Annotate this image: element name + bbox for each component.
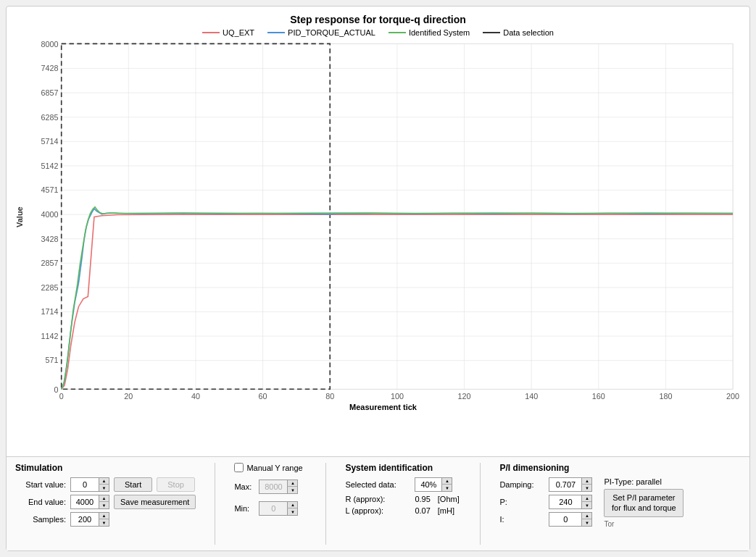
- i-row: I: ▲ ▼: [499, 512, 592, 527]
- damping-down[interactable]: ▼: [581, 485, 591, 491]
- selected-down[interactable]: ▼: [441, 485, 452, 491]
- svg-text:571: 571: [45, 356, 58, 364]
- damping-input[interactable]: [549, 478, 581, 491]
- i-spinner-btns: ▲ ▼: [581, 513, 591, 526]
- damping-spinner[interactable]: ▲ ▼: [549, 477, 592, 492]
- svg-text:140: 140: [525, 392, 538, 401]
- start-value-spinner[interactable]: ▲ ▼: [70, 477, 109, 492]
- l-approx-row: L (approx): 0.07 [mH]: [345, 506, 461, 515]
- chart-area: Step response for torque-q direction UQ_…: [7, 7, 749, 456]
- start-value-down[interactable]: ▼: [99, 485, 109, 491]
- separator-3: [480, 463, 481, 545]
- start-button[interactable]: Start: [114, 477, 152, 492]
- legend-line-identified: [389, 32, 406, 33]
- manual-y-checkbox[interactable]: [234, 463, 244, 472]
- max-spinner[interactable]: ▲ ▼: [259, 479, 298, 494]
- max-label: Max:: [234, 482, 254, 491]
- chart-svg: 8000 7428 6857 6285 5714 5142 4571 4000 …: [24, 40, 742, 401]
- set-pi-button[interactable]: Set P/I parameter for flux and torque: [604, 489, 684, 517]
- min-down[interactable]: ▼: [287, 508, 297, 515]
- i-down[interactable]: ▼: [581, 519, 591, 526]
- svg-text:180: 180: [659, 392, 672, 401]
- min-input[interactable]: [259, 502, 287, 515]
- legend-item-data-sel: Data selection: [483, 28, 554, 37]
- end-value-row: End value: ▲ ▼ Save measurement: [15, 495, 196, 509]
- manual-y-group: Manual Y range Max: ▲ ▼ Min: ▲: [234, 463, 307, 516]
- svg-text:60: 60: [259, 392, 267, 401]
- end-value-down[interactable]: ▼: [99, 502, 109, 508]
- selected-data-input[interactable]: [415, 478, 441, 491]
- max-input[interactable]: [259, 480, 287, 493]
- chart-inner: 8000 7428 6857 6285 5714 5142 4571 4000 …: [24, 40, 742, 395]
- max-up[interactable]: ▲: [287, 480, 297, 487]
- svg-text:5142: 5142: [41, 162, 58, 170]
- svg-text:4000: 4000: [41, 210, 58, 219]
- save-measurement-button[interactable]: Save measurement: [114, 495, 196, 509]
- selected-data-spinner-btns: ▲ ▼: [441, 478, 452, 491]
- svg-text:160: 160: [592, 392, 605, 401]
- end-value-spinner-btns: ▲ ▼: [99, 495, 109, 508]
- main-container: Step response for torque-q direction UQ_…: [6, 6, 750, 551]
- svg-text:7428: 7428: [41, 64, 58, 72]
- min-spinner[interactable]: ▲ ▼: [259, 501, 298, 516]
- end-value-up[interactable]: ▲: [99, 495, 109, 502]
- samples-input[interactable]: [71, 513, 99, 526]
- legend-label-identified: Identified System: [409, 28, 470, 37]
- l-approx-unit: [mH]: [438, 506, 454, 515]
- max-down[interactable]: ▼: [287, 487, 297, 493]
- separator-1: [215, 463, 215, 545]
- stimulation-group: Stimulation Start value: ▲ ▼ Start Stop …: [15, 463, 196, 527]
- p-down[interactable]: ▼: [581, 502, 591, 508]
- start-value-input[interactable]: [71, 478, 99, 491]
- svg-text:120: 120: [458, 392, 471, 401]
- tor-label: Tor: [604, 520, 684, 528]
- svg-text:200: 200: [726, 392, 739, 401]
- damping-up[interactable]: ▲: [581, 478, 591, 485]
- legend-item-uq: UQ_EXT: [202, 28, 254, 37]
- i-input[interactable]: [549, 513, 581, 526]
- svg-text:1714: 1714: [41, 307, 58, 316]
- start-value-up[interactable]: ▲: [99, 478, 109, 485]
- legend-line-data-sel: [483, 32, 500, 33]
- l-approx-value: 0.07: [415, 506, 430, 515]
- samples-row: Samples: ▲ ▼: [15, 512, 196, 527]
- selected-data-spinner[interactable]: ▲ ▼: [415, 477, 452, 492]
- samples-down[interactable]: ▼: [99, 519, 109, 526]
- chart-svg-container: 8000 7428 6857 6285 5714 5142 4571 4000 …: [24, 40, 742, 401]
- controls-area: Stimulation Start value: ▲ ▼ Start Stop …: [7, 456, 749, 550]
- min-up[interactable]: ▲: [287, 502, 297, 508]
- p-up[interactable]: ▲: [581, 495, 591, 502]
- p-spinner[interactable]: ▲ ▼: [549, 495, 592, 509]
- damping-label: Damping:: [499, 480, 544, 489]
- svg-text:40: 40: [191, 392, 200, 401]
- svg-text:80: 80: [325, 392, 334, 401]
- sys-id-group: System identification Selected data: ▲ ▼…: [345, 463, 461, 515]
- svg-text:2857: 2857: [41, 259, 58, 267]
- end-value-label: End value:: [15, 498, 66, 506]
- stop-button[interactable]: Stop: [157, 477, 195, 492]
- i-up[interactable]: ▲: [581, 513, 591, 519]
- r-approx-label: R (approx):: [345, 495, 410, 503]
- p-row: P: ▲ ▼: [499, 495, 592, 509]
- stimulation-title: Stimulation: [15, 463, 196, 473]
- svg-text:0: 0: [54, 385, 58, 394]
- samples-spinner-btns: ▲ ▼: [99, 513, 109, 526]
- max-row: Max: ▲ ▼: [234, 479, 307, 494]
- end-value-input[interactable]: [71, 495, 99, 508]
- svg-text:3428: 3428: [41, 234, 58, 243]
- separator-2: [325, 463, 326, 545]
- samples-label: Samples:: [15, 515, 66, 524]
- samples-spinner[interactable]: ▲ ▼: [70, 512, 109, 527]
- svg-text:5714: 5714: [41, 137, 58, 146]
- start-value-label: Start value:: [15, 480, 66, 489]
- p-input[interactable]: [549, 495, 581, 508]
- i-spinner[interactable]: ▲ ▼: [549, 512, 592, 527]
- chart-title: Step response for torque-q direction: [14, 14, 742, 25]
- samples-up[interactable]: ▲: [99, 513, 109, 519]
- manual-y-row: Manual Y range: [234, 463, 307, 472]
- end-value-spinner[interactable]: ▲ ▼: [70, 495, 109, 509]
- pi-fields: Damping: ▲ ▼ P:: [499, 477, 592, 528]
- selected-up[interactable]: ▲: [441, 478, 452, 485]
- legend-label-pid: PID_TORQUE_ACTUAL: [288, 28, 375, 37]
- start-value-row: Start value: ▲ ▼ Start Stop: [15, 477, 196, 492]
